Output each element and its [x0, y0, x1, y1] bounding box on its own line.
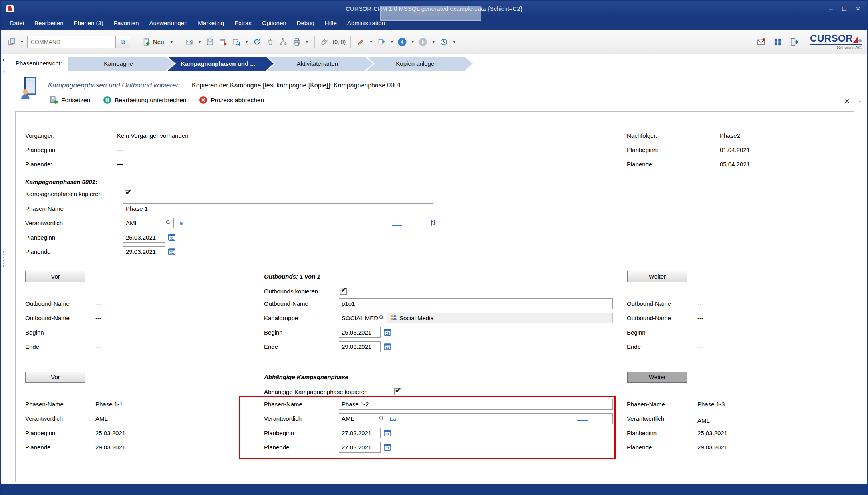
dependent-resp-input[interactable]: AML [339, 413, 387, 424]
menu-favoriten[interactable]: Favoriten [109, 17, 144, 30]
forward-icon[interactable] [418, 37, 428, 47]
workflow-icon[interactable] [278, 37, 289, 47]
export-caret-icon[interactable]: ▾ [389, 40, 394, 44]
export-icon[interactable] [376, 37, 387, 47]
close-process-icon[interactable]: × [844, 96, 850, 106]
panel-drag-handle[interactable] [3, 251, 4, 267]
brand-subtitle: Software AG [810, 46, 862, 50]
logout-icon[interactable] [789, 37, 800, 47]
outbound-next-button[interactable]: Weiter [627, 271, 687, 282]
tab-aktivitaetenarten[interactable]: Aktivitätenarten [267, 57, 373, 71]
continue-icon [50, 96, 58, 104]
cancel-icon [199, 96, 207, 104]
brand-sail-icon [853, 36, 858, 43]
forward-caret-icon[interactable]: ▾ [431, 40, 436, 44]
menu-auswertungen[interactable]: Auswertungen [144, 17, 193, 30]
dependent-end-input[interactable]: 27.03.2021 [339, 442, 381, 453]
channel-group-display: Social Media [387, 313, 613, 323]
search-icon[interactable] [379, 415, 384, 422]
pause-button[interactable]: Bearbeitung unterbrechen [103, 96, 186, 104]
menu-extras[interactable]: Extras [229, 17, 257, 30]
notifications-icon[interactable] [756, 37, 766, 47]
channel-group-label: Kanalgruppe [264, 313, 298, 324]
expand-right-icon[interactable]: › [2, 68, 5, 75]
pen-caret-icon[interactable]: ▾ [369, 40, 373, 44]
paperclip-icon[interactable] [320, 37, 330, 47]
menu-hilfe[interactable]: Hilfe [320, 17, 342, 30]
phase-copy-label: Kampagnenphasen kopieren [25, 188, 102, 200]
menu-marketing[interactable]: Marketing [193, 17, 229, 30]
phase-begin-input[interactable]: 25.03.2021 [123, 232, 165, 243]
dependent-copy-checkbox[interactable] [394, 388, 401, 395]
calendar-icon[interactable]: 31 [168, 248, 176, 255]
outbound-end-input[interactable]: 29.03.2021 [339, 341, 381, 352]
maximize-button[interactable]: □ [838, 1, 851, 17]
outbounds-copy-checkbox[interactable] [340, 288, 347, 295]
trash-icon[interactable] [265, 37, 276, 47]
phase-copy-checkbox[interactable] [125, 190, 131, 197]
process-menu-caret-icon[interactable]: ▾ [859, 99, 861, 103]
minimize-button[interactable]: – [824, 1, 838, 17]
save-icon[interactable] [205, 37, 215, 47]
window-switch-caret-icon[interactable]: ▾ [20, 40, 24, 44]
pen-icon[interactable] [356, 37, 366, 47]
tab-kampagne[interactable]: Kampagne [68, 57, 174, 71]
dependent-name-input[interactable]: Phase 1-2 [339, 399, 613, 410]
calendar-icon[interactable]: 31 [383, 343, 391, 350]
refresh-icon[interactable] [252, 37, 262, 47]
phase-name-input[interactable]: Phase 1 [123, 203, 433, 214]
window-switch-icon[interactable] [6, 37, 17, 47]
delete-record-icon[interactable] [218, 37, 228, 47]
tab-kampagnenphasen[interactable]: Kampagnenphasen und ... [168, 57, 274, 71]
search-records-caret-icon[interactable]: ▾ [244, 40, 249, 44]
dependent-right-label: Phasen-Name [627, 399, 665, 410]
back-caret-icon[interactable]: ▾ [410, 40, 415, 44]
collapse-left-icon[interactable]: ‹ [2, 56, 5, 63]
menu-bearbeiten[interactable]: Bearbeiten [29, 17, 69, 30]
dependent-left-label: Planbeginn [25, 428, 55, 439]
apps-grid-icon[interactable] [773, 37, 783, 47]
new-caret-icon[interactable]: ▾ [169, 40, 174, 44]
outbound-right-value: --- [697, 298, 703, 309]
command-search-button[interactable] [116, 36, 130, 48]
search-icon[interactable] [165, 220, 171, 226]
dependent-begin-input[interactable]: 27.03.2021 [339, 428, 381, 438]
print-icon[interactable] [292, 37, 302, 47]
print-caret-icon[interactable]: ▾ [305, 40, 310, 44]
cancel-process-button[interactable]: Prozess abbrechen [199, 96, 264, 104]
send-caret-icon[interactable]: ▾ [197, 40, 202, 44]
calendar-icon[interactable]: 31 [168, 233, 176, 241]
channel-group-input[interactable]: SOCIAL MED [339, 313, 387, 323]
send-icon[interactable] [184, 37, 195, 47]
continue-button[interactable]: Fortsetzen [50, 96, 90, 104]
dependent-next-button[interactable]: Weiter [627, 372, 687, 383]
sort-toggle-icon[interactable] [430, 219, 436, 226]
close-button[interactable]: × [851, 1, 865, 17]
dependent-name-value: Phase 1-2 [342, 401, 369, 408]
svg-text:31: 31 [170, 251, 174, 255]
menu-datei[interactable]: Datei [5, 17, 29, 30]
menu-debug[interactable]: Debug [292, 17, 320, 30]
phase-resp-input[interactable]: AML [123, 218, 174, 228]
command-input[interactable] [27, 36, 116, 48]
calendar-icon[interactable]: 31 [383, 429, 391, 437]
search-records-icon[interactable] [231, 37, 242, 47]
menu-ebenen[interactable]: Ebenen (3) [69, 17, 109, 30]
menu-optionen[interactable]: Optionen [257, 17, 292, 30]
dependent-prev-button[interactable]: Vor [25, 372, 85, 383]
back-icon[interactable] [397, 37, 407, 47]
phase-end-input[interactable]: 29.03.2021 [123, 246, 165, 257]
tab-kopien-anlegen[interactable]: Kopien anlegen [367, 57, 473, 71]
calendar-icon[interactable]: 31 [383, 443, 391, 451]
app-window: CURSOR-CRM 1.0 MSSQL generated example d… [0, 0, 868, 495]
outbound-begin-input[interactable]: 25.03.2021 [339, 327, 381, 338]
search-icon[interactable] [379, 315, 384, 321]
outbound-prev-button[interactable]: Vor [25, 271, 85, 282]
history-icon[interactable] [439, 37, 449, 47]
outbound-name-input[interactable]: p1o1 [339, 298, 613, 309]
new-button[interactable]: Neu [140, 37, 167, 47]
calendar-icon[interactable]: 31 [383, 328, 391, 336]
phase-resp-lookup-field[interactable]: La [173, 218, 427, 228]
dependent-resp-lookup-field[interactable]: La [387, 413, 613, 424]
history-caret-icon[interactable]: ▾ [452, 40, 457, 44]
